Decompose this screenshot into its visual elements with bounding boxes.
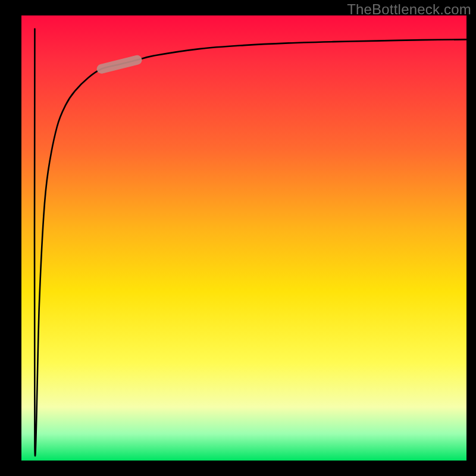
curve-highlight-segment bbox=[102, 60, 137, 69]
chart-stage: TheBottleneck.com bbox=[0, 0, 476, 476]
curve-layer bbox=[21, 15, 466, 461]
watermark-text: TheBottleneck.com bbox=[347, 1, 471, 18]
plot-area bbox=[21, 15, 466, 461]
bottleneck-curve bbox=[35, 29, 466, 456]
